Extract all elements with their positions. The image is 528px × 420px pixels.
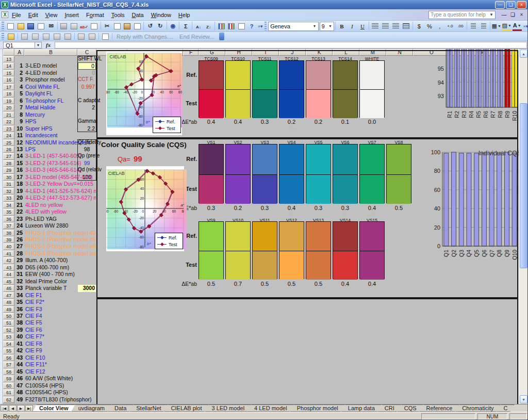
prev-comment-icon[interactable] xyxy=(20,33,29,40)
increase-decimal-button[interactable]: +.0 xyxy=(446,22,455,31)
menu-file[interactable]: File xyxy=(8,10,25,20)
painter-icon[interactable] xyxy=(133,22,142,31)
sheet-tab-lamp-data[interactable]: Lamp data xyxy=(341,405,382,412)
next-comment-icon[interactable] xyxy=(30,33,40,40)
copy-icon[interactable] xyxy=(112,22,122,31)
row-header-21[interactable]: 21 xyxy=(3,111,14,118)
lamp-name[interactable]: CIE F4 xyxy=(25,313,42,319)
toolbar-options-chevron[interactable]: »▾ xyxy=(523,24,528,29)
row-header-49[interactable]: 49 xyxy=(3,306,14,313)
font-name-select[interactable]: Geneva▼ xyxy=(268,22,318,31)
column-header-H[interactable]: H xyxy=(225,49,252,56)
prev-sheet-button[interactable]: ◀ xyxy=(9,405,16,412)
workbook-restore-button[interactable]: ❏ xyxy=(509,12,516,18)
decrease-decimal-button[interactable]: .00 xyxy=(456,22,465,31)
lamp-name[interactable]: PHOS-1 (Phosphor model 400-700 nm xyxy=(25,230,96,236)
formula-input[interactable] xyxy=(55,42,527,49)
borders-button[interactable]: ▦▼ xyxy=(492,22,501,31)
lamp-name[interactable]: CIE F10 xyxy=(25,354,45,361)
redo-icon[interactable]: ↻ xyxy=(156,22,165,31)
lamp-name[interactable]: CIE F9 xyxy=(25,347,42,353)
menu-tools[interactable]: Tools xyxy=(108,10,128,20)
row-header-15[interactable]: 15 xyxy=(3,70,14,76)
lamp-name[interactable]: C100S54C (HPS) xyxy=(25,389,68,395)
chart-wizard-icon[interactable] xyxy=(217,22,226,31)
preview-icon[interactable] xyxy=(70,22,79,31)
italic-button[interactable]: I xyxy=(348,22,357,31)
lamp-name[interactable]: 4-LED-2 (447-512-573-627) max R(9- xyxy=(25,195,96,201)
lamp-name[interactable]: 3-LED-2 Yellow Duv=+0.015 xyxy=(25,181,93,187)
lamp-name[interactable]: CIE F6 xyxy=(25,327,42,333)
menu-format[interactable]: Format xyxy=(82,10,108,20)
menu-window[interactable]: Window xyxy=(147,10,175,20)
row-header-40[interactable]: 40 xyxy=(3,243,14,250)
lamp-name[interactable]: C100S54 (HPS) xyxy=(25,382,64,389)
fill-color-button[interactable]: ▨▼ xyxy=(502,22,512,31)
row-header-41[interactable]: 41 xyxy=(3,250,14,257)
column-header-I[interactable]: I xyxy=(252,49,279,56)
next-sheet-button[interactable]: ▶ xyxy=(17,405,25,412)
row-header-32[interactable]: 32 xyxy=(3,188,14,195)
row-header-61[interactable]: 61 xyxy=(3,389,14,396)
comma-style-button[interactable]: , xyxy=(435,22,444,31)
row-header-43[interactable]: 43 xyxy=(3,264,14,271)
row-header-48[interactable]: 48 xyxy=(3,299,14,305)
scroll-down-button[interactable]: ▼ xyxy=(520,395,527,403)
research-icon[interactable] xyxy=(90,22,99,31)
mail-recipient-icon[interactable] xyxy=(101,33,110,40)
lamp-name[interactable]: Planck variable T xyxy=(25,285,67,291)
row-header-59[interactable]: 59 xyxy=(3,375,14,382)
select-all-corner[interactable] xyxy=(3,49,14,56)
row-header-19[interactable]: 19 xyxy=(3,98,14,104)
row-header-18[interactable]: 18 xyxy=(3,90,14,97)
lamp-name[interactable]: 60 A/W (Soft White) xyxy=(25,375,73,381)
draw-icon[interactable] xyxy=(76,33,86,40)
row-header-20[interactable]: 20 xyxy=(3,104,14,111)
sheet-tab-3-led-model[interactable]: 3 LED model xyxy=(205,405,251,412)
workbook-close-button[interactable]: × xyxy=(518,12,525,18)
lamp-name[interactable]: PHOS-3 (Phosphor model with a narr xyxy=(25,243,96,249)
name-box[interactable]: Q1 xyxy=(3,42,35,49)
lamp-name[interactable]: D65 (400-700 nm) xyxy=(25,264,69,270)
bold-button[interactable]: B xyxy=(337,22,346,31)
menu-view[interactable]: View xyxy=(42,10,61,20)
lamp-name[interactable]: 4-LED model xyxy=(25,70,57,76)
column-header-K[interactable]: K xyxy=(306,49,333,56)
menu-data[interactable]: Data xyxy=(128,10,147,20)
lamp-name[interactable]: 3-LED-3 (465-546-614) xyxy=(25,167,81,173)
row-header-23[interactable]: 23 xyxy=(3,125,14,132)
sheet-tab-stellarnet[interactable]: StellarNet xyxy=(129,405,168,412)
sheet-tab-cielab-plot[interactable]: CIELAB plot xyxy=(164,405,209,412)
font-size-select[interactable]: 9▼ xyxy=(320,22,334,31)
toolbar-options-chevron[interactable]: »▾ xyxy=(258,24,263,29)
row-header-24[interactable]: 24 xyxy=(3,132,14,139)
lamp-name[interactable]: Daylight FL xyxy=(25,90,53,96)
lamp-name[interactable]: CIE F12 xyxy=(25,368,45,375)
row-header-37[interactable]: 37 xyxy=(3,222,14,229)
sheet-tab-chromaticity[interactable]: Chromaticity xyxy=(455,405,500,412)
row-header-52[interactable]: 52 xyxy=(3,327,14,333)
row-header-46[interactable]: 46 xyxy=(3,285,14,292)
column-header-L[interactable]: L xyxy=(333,49,359,56)
undo-icon[interactable]: ↺ xyxy=(145,22,155,31)
lamp-name[interactable]: Tri-phosphor FL xyxy=(25,98,63,104)
lamp-name[interactable]: PHOS-2 (Phosphor model 450 - 650 n xyxy=(25,236,96,243)
open-icon[interactable] xyxy=(16,22,25,31)
row-header-42[interactable]: 42 xyxy=(3,257,14,264)
row-header-14[interactable]: 14 xyxy=(3,62,14,69)
lamp-name[interactable]: 3-LED model xyxy=(25,62,57,69)
row-header-50[interactable]: 50 xyxy=(3,313,14,319)
new-icon[interactable] xyxy=(6,22,15,31)
lamp-name[interactable]: 3-LED-1 (457-540-605) xyxy=(25,153,81,159)
help-icon[interactable]: ? xyxy=(247,22,256,31)
percent-button[interactable]: % xyxy=(425,22,434,31)
lamp-name[interactable]: 4-LED-1 (461-526-576-624) max Ra xyxy=(25,188,96,194)
minimize-button[interactable]: — xyxy=(495,1,505,9)
row-header-22[interactable]: 22 xyxy=(3,118,14,125)
lamp-name[interactable]: CIE F11* xyxy=(25,361,47,367)
sheet-tab-data[interactable]: Data xyxy=(108,405,133,412)
decrease-indent-button[interactable] xyxy=(469,22,478,31)
increase-indent-button[interactable] xyxy=(479,22,488,31)
row-header-28[interactable]: 28 xyxy=(3,160,14,167)
lamp-name[interactable]: HPS xyxy=(25,118,37,124)
